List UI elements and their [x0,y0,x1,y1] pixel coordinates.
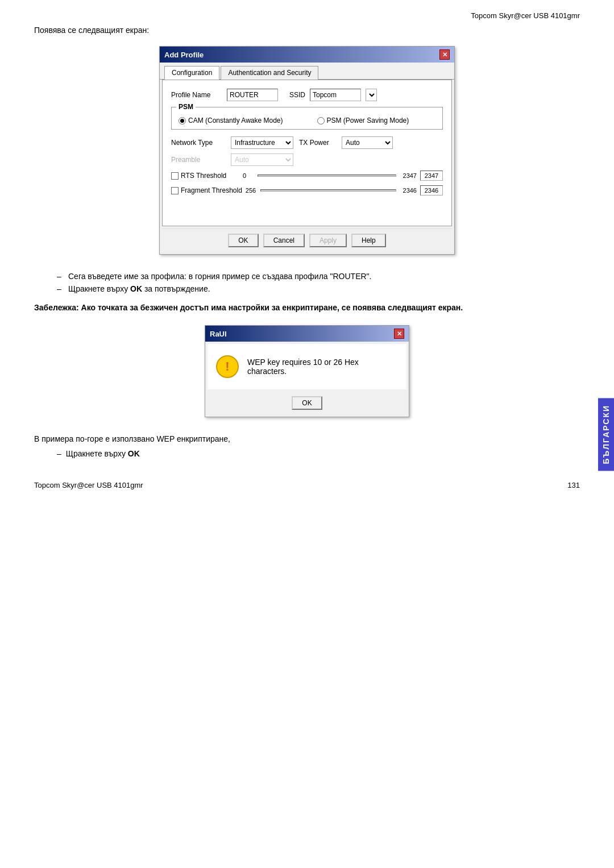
fragment-max-value: 2346 [400,187,417,194]
psm-radio[interactable] [317,117,325,124]
note-text: Забележка: Ако точката за безжичен достъ… [34,302,580,314]
warning-icon: ! [216,355,239,378]
bullet-text-2: Щракнете върху OK за потвърждение. [68,284,210,293]
intro-text: Появява се следващият екран: [34,26,580,35]
cancel-button[interactable]: Cancel [263,234,305,247]
profile-name-input[interactable] [227,89,278,101]
fragment-min-value: 256 [246,187,257,194]
rts-label-group: RTS Threshold [171,172,239,180]
network-type-select[interactable]: Infrastructure [231,136,293,149]
preamble-label: Preamble [171,156,225,164]
cam-radio[interactable] [179,117,186,124]
psm-legend: PSM [176,103,196,111]
dash-1: – [57,272,64,281]
dialog-titlebar: Add Profile ✕ [160,47,454,63]
page-footer: Topcom Skyr@cer USB 4101gmr 131 [34,481,580,489]
tab-authentication[interactable]: Authentication and Security [221,66,318,80]
fragment-label: Fragment Threshold [181,186,242,194]
apply-button[interactable]: Apply [309,234,347,247]
tab-configuration[interactable]: Configuration [164,66,219,80]
tx-power-label: TX Power [299,139,336,147]
raui-close-button[interactable]: ✕ [394,329,404,339]
network-type-row: Network Type Infrastructure TX Power Aut… [171,136,443,149]
psm-label: PSM (Power Saving Mode) [327,117,409,124]
dialog-tabs: Configuration Authentication and Securit… [160,63,454,80]
bottom-bullet-text: Щракнете върху OK [66,449,140,458]
help-button[interactable]: Help [351,234,386,247]
network-type-label: Network Type [171,139,225,147]
fragment-label-group: Fragment Threshold [171,186,242,194]
bottom-ok-bold: OK [128,449,140,458]
fragment-checkbox[interactable] [171,187,179,194]
rts-min-value: 0 [243,172,254,179]
preamble-row: Preamble Auto [171,153,443,166]
ssid-input[interactable] [310,89,361,101]
psm-options: CAM (Constantly Awake Mode) PSM (Power S… [179,112,435,124]
dialog-footer: OK Cancel Apply Help [162,229,452,252]
bottom-bullet: – Щракнете върху OK [57,449,580,458]
raui-body: ! WEP key requires 10 or 26 Hex characte… [208,344,406,389]
fragment-slider[interactable] [260,189,396,192]
psm-group: PSM CAM (Constantly Awake Mode) PSM (Pow… [171,107,443,130]
psm-option[interactable]: PSM (Power Saving Mode) [317,117,409,124]
profile-name-label: Profile Name [171,91,222,99]
cam-option[interactable]: CAM (Constantly Awake Mode) [179,117,283,124]
bottom-dash: – [57,449,61,458]
rts-max-value: 2347 [400,172,417,179]
fragment-value-input[interactable] [420,185,443,196]
dialog-body: Profile Name SSID PSM CAM (Constantly Aw… [162,80,452,226]
rts-threshold-row: RTS Threshold 0 2347 [171,171,443,181]
add-profile-dialog: Add Profile ✕ Configuration Authenticati… [159,46,455,255]
raui-titlebar: RaUI ✕ [205,326,409,342]
top-brand: Topcom Skyr@cer USB 4101gmr [34,11,580,20]
dialog-close-button[interactable]: ✕ [439,49,450,60]
ssid-select[interactable] [366,89,377,101]
dash-2: – [57,284,64,293]
raui-footer: OK [208,392,406,414]
bottom-text: В примера по-горе е използвано WEP енкри… [34,434,580,443]
tx-power-select[interactable]: Auto [342,136,393,149]
dialog-title: Add Profile [164,51,204,59]
side-language-tab: БЪЛГАРСКИ [598,398,614,471]
rts-checkbox[interactable] [171,172,179,180]
ok-bold: OK [130,284,142,293]
bullet-item-1: – Сега въведете име за профила: в горния… [57,272,580,281]
raui-message: WEP key requires 10 or 26 Hex characters… [247,358,398,376]
ok-button[interactable]: OK [228,234,258,247]
profile-name-row: Profile Name SSID [171,89,443,101]
rts-label: RTS Threshold [181,172,226,180]
bullet-item-2: – Щракнете върху OK за потвърждение. [57,284,580,293]
raui-ok-button[interactable]: OK [292,396,322,410]
rts-slider[interactable] [258,175,396,177]
cam-label: CAM (Constantly Awake Mode) [188,117,283,124]
raui-dialog: RaUI ✕ ! WEP key requires 10 or 26 Hex c… [205,325,409,417]
footer-brand: Topcom Skyr@cer USB 4101gmr [34,481,143,489]
rts-value-input[interactable] [420,171,443,181]
bullet-list: – Сега въведете име за профила: в горния… [57,272,580,293]
bullet-text-1: Сега въведете име за профила: в горния п… [68,272,371,281]
raui-title: RaUI [210,330,227,338]
preamble-select[interactable]: Auto [231,153,293,166]
fragment-threshold-row: Fragment Threshold 256 2346 [171,185,443,196]
ssid-label: SSID [283,91,305,99]
footer-page-number: 131 [567,481,580,489]
spacer [171,200,443,217]
bullet2-suffix: за потвърждение. [142,284,210,293]
